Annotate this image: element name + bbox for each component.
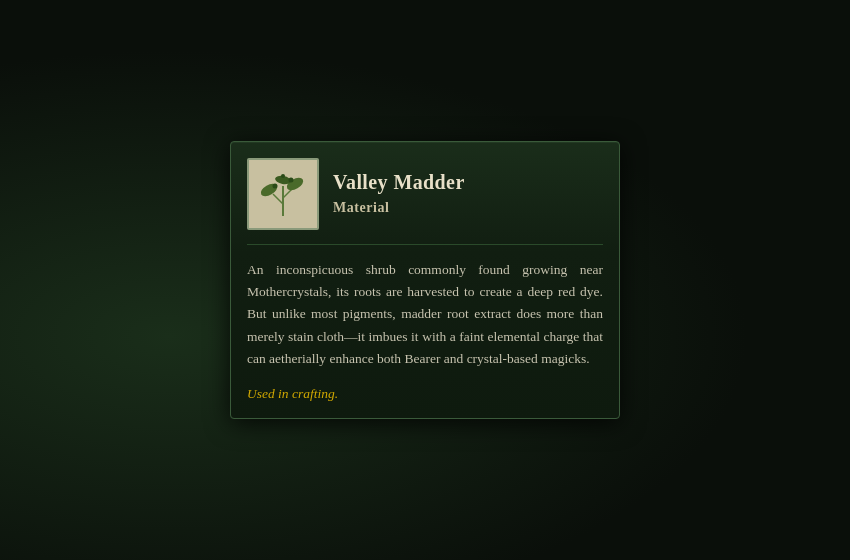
svg-point-7 — [273, 183, 278, 188]
description-section: An inconspicuous shrub commonly found gr… — [247, 259, 603, 370]
tooltip-header: Valley Madder Material — [247, 158, 603, 245]
plant-icon — [255, 166, 311, 222]
item-icon — [247, 158, 319, 230]
header-text: Valley Madder Material — [333, 171, 465, 216]
item-description: An inconspicuous shrub commonly found gr… — [247, 259, 603, 370]
svg-point-9 — [281, 174, 285, 178]
crafting-note: Used in crafting. — [247, 386, 338, 401]
item-name: Valley Madder — [333, 171, 465, 194]
crafting-note-section: Used in crafting. — [247, 384, 603, 402]
item-tooltip-card: Valley Madder Material An inconspicuous … — [230, 141, 620, 419]
item-type: Material — [333, 200, 465, 216]
svg-point-8 — [289, 177, 294, 182]
